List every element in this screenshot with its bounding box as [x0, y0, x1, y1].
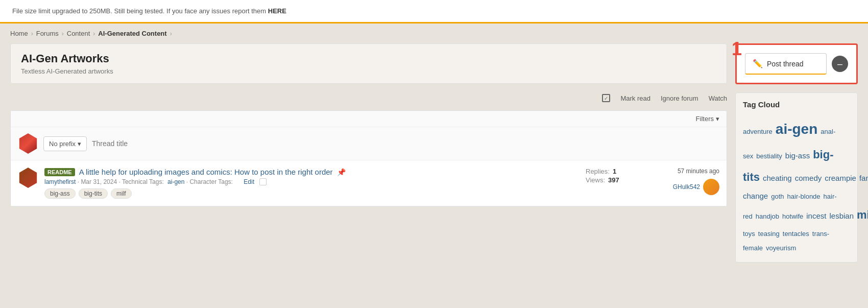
- chevron-down-icon-prefix: ▾: [78, 140, 81, 148]
- pin-icon: 📌: [337, 168, 346, 176]
- mark-read-checkbox[interactable]: ✓: [602, 94, 610, 102]
- breadcrumb-sep-1: ›: [31, 30, 33, 37]
- thread-title-row: README A little help for uploading image…: [44, 168, 580, 176]
- last-user-name[interactable]: GHulk542: [673, 183, 700, 191]
- prefix-select[interactable]: No prefix ▾: [43, 136, 87, 151]
- forum-header: AI-Gen Artworks Textless AI-Generated ar…: [10, 43, 727, 84]
- edit-checkbox[interactable]: [259, 178, 267, 185]
- last-post-time: 57 minutes ago: [678, 168, 719, 175]
- views-stat: Views: 397: [586, 176, 619, 184]
- tag-cloud-item[interactable]: comedy: [795, 174, 822, 182]
- thread-title-link[interactable]: A little help for uploading images and c…: [79, 168, 333, 176]
- highlight-number: 1: [732, 40, 742, 58]
- edit-area: Edit: [244, 178, 267, 185]
- list-item[interactable]: big-ass: [44, 188, 76, 199]
- tag-cloud-item[interactable]: big-ass: [785, 151, 810, 160]
- minus-icon: –: [837, 59, 842, 69]
- prefix-label: No prefix: [49, 140, 76, 148]
- table-row: README A little help for uploading image…: [11, 160, 727, 206]
- breadcrumb-sep-2: ›: [62, 30, 64, 37]
- thread-tags: big-ass big-tits milf: [44, 188, 580, 199]
- thread-stats: Replies: 1 Views: 397: [586, 168, 647, 184]
- breadcrumb-sep-3: ›: [93, 30, 95, 37]
- replies-stat: Replies: 1: [586, 168, 616, 175]
- breadcrumb: Home › Forums › Content › AI-Generated C…: [10, 30, 858, 37]
- tag-cloud-item[interactable]: tentacles: [783, 230, 809, 238]
- filters-bar: Filters ▾: [11, 111, 727, 127]
- top-banner: File size limit upgraded to 250MB. Still…: [0, 0, 868, 23]
- tag-cloud-item[interactable]: creampie: [825, 174, 856, 182]
- edit-icon: ✏️: [753, 59, 763, 68]
- minus-button[interactable]: –: [832, 56, 848, 72]
- banner-link[interactable]: HERE: [268, 7, 286, 15]
- toolbar: ✓ Mark read Ignore forum Watch: [10, 90, 727, 106]
- thread-date: Mar 31, 2024: [81, 178, 117, 185]
- readme-badge: README: [44, 168, 75, 176]
- checkbox-icon: ✓: [602, 94, 610, 102]
- avatar: [18, 168, 38, 188]
- mark-read-btn[interactable]: Mark read: [620, 94, 650, 102]
- list-item[interactable]: milf: [111, 188, 132, 199]
- tech-tags-label: Technical Tags:: [122, 178, 164, 185]
- thread-info: README A little help for uploading image…: [44, 168, 580, 199]
- tag-cloud-item[interactable]: adventure: [743, 128, 773, 135]
- edit-label[interactable]: Edit: [244, 178, 254, 185]
- thread-last: 57 minutes ago GHulk542: [653, 168, 719, 195]
- ignore-forum-btn[interactable]: Ignore forum: [661, 94, 698, 102]
- sidebar: 1 ✏️ Post thread – Tag Cloud adventureai…: [735, 43, 858, 263]
- post-thread-button[interactable]: ✏️ Post thread: [745, 53, 827, 75]
- tag-cloud-item[interactable]: incest: [806, 211, 826, 220]
- banner-text: File size limit upgraded to 250MB. Still…: [12, 7, 268, 15]
- tag-cloud-item[interactable]: teasing: [758, 230, 780, 238]
- new-thread-row: No prefix ▾: [11, 127, 727, 160]
- filters-button[interactable]: Filters ▾: [696, 115, 719, 123]
- tag-cloud-item[interactable]: fantasy: [859, 174, 868, 182]
- tech-tag-ai-gen[interactable]: ai-gen: [167, 178, 184, 185]
- thread-meta: lamythefirst · Mar 31, 2024 · Technical …: [44, 178, 580, 185]
- forum-title: AI-Gen Artworks: [21, 52, 716, 65]
- breadcrumb-home[interactable]: Home: [10, 30, 28, 37]
- tag-cloud-item[interactable]: hair-blonde: [787, 193, 821, 200]
- char-tags-label: Character Tags:: [189, 178, 233, 185]
- tag-cloud-box: Tag Cloud adventureai-genanal-sexbestial…: [735, 92, 858, 263]
- breadcrumb-forums[interactable]: Forums: [36, 30, 59, 37]
- chevron-down-icon: ▾: [716, 115, 719, 123]
- breadcrumb-content[interactable]: Content: [67, 30, 90, 37]
- forum-subtitle: Textless AI-Generated artworks: [21, 67, 716, 75]
- post-thread-box: 1 ✏️ Post thread –: [735, 43, 858, 84]
- tag-cloud-item[interactable]: milf: [857, 208, 868, 221]
- last-user-avatar: [703, 179, 719, 195]
- thread-list: Filters ▾ No prefix ▾: [10, 110, 727, 207]
- tag-cloud-item[interactable]: goth: [771, 193, 784, 200]
- tag-cloud-item[interactable]: hotwife: [782, 212, 803, 220]
- watch-btn[interactable]: Watch: [709, 94, 727, 102]
- tag-cloud-item[interactable]: bestiality: [756, 152, 782, 160]
- thread-author-link[interactable]: lamythefirst: [44, 178, 76, 185]
- tag-cloud-item[interactable]: lesbian: [829, 211, 854, 220]
- tag-cloud-item[interactable]: cheating: [763, 174, 792, 182]
- breadcrumb-current: AI-Generated Content: [98, 30, 166, 37]
- user-avatar-new: [18, 133, 38, 154]
- tag-cloud-title: Tag Cloud: [743, 100, 850, 109]
- breadcrumb-sep-4: ›: [170, 30, 172, 37]
- tag-cloud-item[interactable]: ai-gen: [776, 121, 817, 137]
- list-item[interactable]: big-tits: [79, 188, 108, 199]
- tag-cloud-item[interactable]: handjob: [756, 212, 779, 220]
- thread-title-input[interactable]: [92, 139, 719, 148]
- tag-cloud-content: adventureai-genanal-sexbestialitybig-ass…: [743, 115, 850, 255]
- tag-cloud-item[interactable]: voyeurism: [766, 244, 796, 252]
